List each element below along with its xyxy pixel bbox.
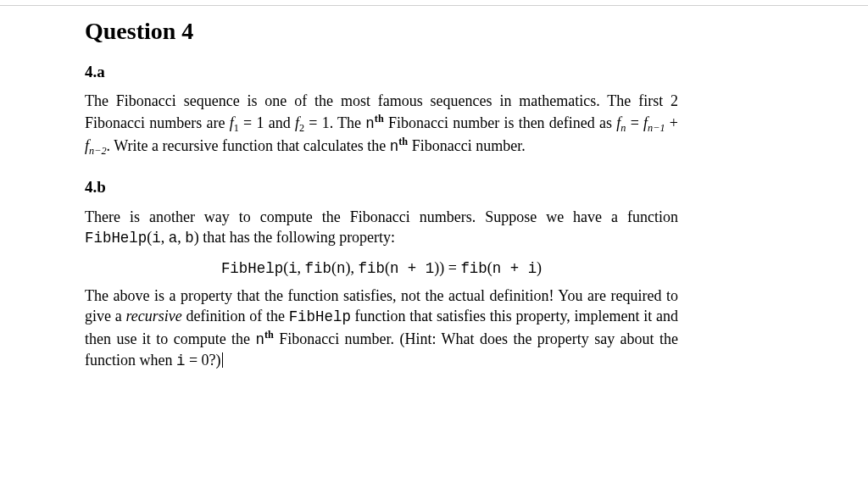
code-inline: FibHelp — [85, 230, 147, 247]
text: Fibonacci number. — [408, 137, 525, 154]
text: + — [665, 114, 678, 130]
text: = 0 — [185, 352, 209, 369]
code-inline: b — [185, 230, 193, 247]
eq-arg: i — [288, 260, 297, 277]
document-body: Question 4 4.a The Fibonacci sequence is… — [85, 15, 678, 372]
text-cursor[interactable] — [222, 352, 223, 369]
eq-text: ) — [537, 259, 542, 276]
eq-func: fib — [358, 260, 384, 277]
question-title: Question 4 — [85, 15, 678, 47]
eq-arg: n + i — [492, 260, 537, 277]
math-tt: n — [255, 331, 264, 348]
eq-func: FibHelp — [221, 260, 283, 277]
math-sub: n−2 — [89, 145, 107, 157]
eq-arg: n + 1 — [390, 260, 434, 277]
part-b-heading: 4.b — [85, 176, 678, 198]
text: and — [264, 114, 294, 130]
text: , — [177, 229, 185, 246]
part-a-heading: 4.a — [85, 61, 678, 83]
code-inline: i — [176, 352, 185, 369]
text: . Write a recursive function that calcul… — [107, 137, 390, 154]
eq-arg: n — [337, 260, 345, 277]
part-b-text-2: The above is a property that the functio… — [85, 286, 678, 372]
text: There is another way to compute the Fibo… — [85, 208, 678, 225]
math-sup: th — [398, 136, 408, 147]
part-a-text: The Fibonacci sequence is one of the mos… — [85, 91, 678, 158]
math-sup: th — [375, 113, 384, 125]
text: = 1 — [239, 114, 264, 130]
emph: recursive — [125, 308, 181, 324]
eq-func: fib — [460, 260, 487, 277]
math-tt: n — [390, 138, 398, 155]
text: that has the following property: — [199, 229, 395, 246]
code-inline: FibHelp — [289, 308, 351, 325]
eq-func: fib — [305, 260, 331, 277]
code-inline: i — [152, 230, 160, 247]
math-sup: th — [264, 329, 274, 341]
text: Fibonacci number is then defined as — [384, 114, 617, 130]
text: ?) — [209, 352, 221, 369]
text: , — [161, 229, 169, 246]
eq-text: = — [444, 259, 460, 276]
text: . The — [330, 114, 366, 130]
text: = 1 — [304, 114, 330, 130]
math-tt: n — [365, 114, 374, 131]
text: = — [626, 114, 643, 130]
text: definition of the — [182, 308, 289, 324]
part-b-text-1: There is another way to compute the Fibo… — [85, 207, 678, 249]
page-divider — [0, 5, 868, 6]
math-sub: n−1 — [648, 121, 665, 133]
display-equation: FibHelp(i, fib(n), fib(n + 1)) = fib(n +… — [85, 258, 678, 280]
code-inline: a — [169, 230, 177, 247]
eq-text: , — [298, 259, 305, 276]
